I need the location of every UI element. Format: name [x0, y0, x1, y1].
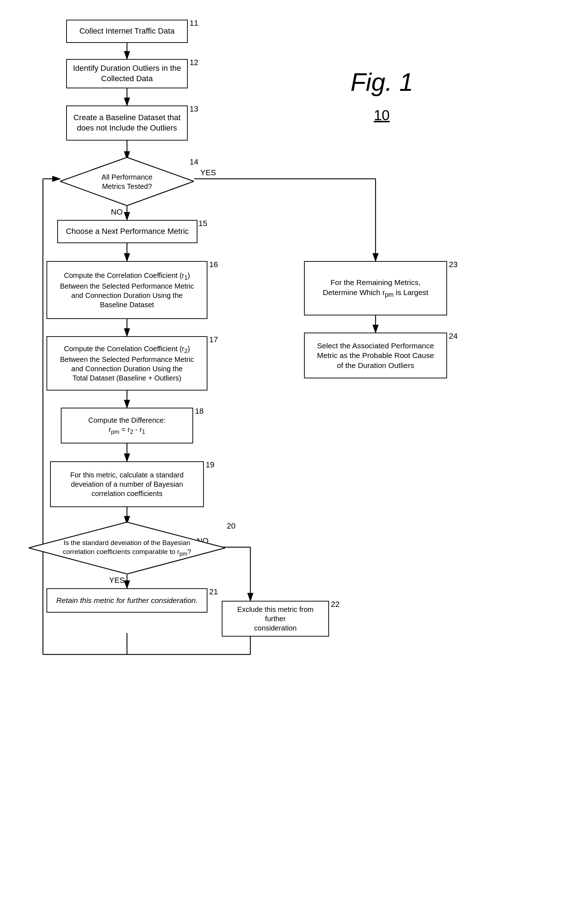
box-16: Compute the Correlation Coefficient (r1)… [47, 261, 208, 319]
svg-text:YES: YES [109, 576, 125, 585]
box-17-label: Compute the Correlation Coefficient (r2)… [60, 344, 194, 383]
step-num-12: 12 [190, 58, 198, 67]
box-17: Compute the Correlation Coefficient (r2)… [47, 336, 208, 391]
svg-text:YES: YES [200, 168, 216, 177]
step-num-20: 20 [227, 522, 235, 531]
box-21: Retain this metric for further considera… [47, 588, 208, 613]
box-13-label: Create a Baseline Dataset thatdoes not I… [73, 113, 180, 133]
diamond-14-label: All PerformanceMetrics Tested? [101, 172, 152, 191]
box-24: Select the Associated PerformanceMetric … [304, 333, 447, 378]
box-23-label: For the Remaining Metrics,Determine Whic… [322, 277, 428, 299]
diagram-container: NO YES NO YES [0, 0, 588, 908]
step-num-13: 13 [190, 105, 198, 114]
box-19: For this metric, calculate a standarddev… [50, 461, 204, 507]
step-num-14: 14 [190, 157, 198, 167]
step-num-16: 16 [209, 260, 218, 269]
step-num-18: 18 [195, 407, 203, 416]
box-23: For the Remaining Metrics,Determine Whic… [304, 261, 447, 316]
step-num-19: 19 [206, 460, 214, 470]
box-12: Identify Duration Outliers in theCollect… [66, 59, 188, 89]
box-22: Exclude this metric from furtherconsider… [222, 601, 329, 637]
box-22-label: Exclude this metric from furtherconsider… [227, 605, 323, 633]
box-18: Compute the Difference:rpm = r2 - r1 [61, 408, 193, 443]
box-11: Collect Internet Traffic Data [66, 20, 188, 43]
fig-title: Fig. 1 [351, 68, 413, 97]
box-19-label: For this metric, calculate a standarddev… [71, 470, 184, 498]
box-21-label: Retain this metric for further considera… [56, 596, 198, 605]
box-15: Choose a Next Performance Metric [57, 220, 197, 243]
diamond-20-label: Is the standard deveiation of the Bayesi… [63, 539, 191, 557]
svg-text:NO: NO [111, 208, 123, 216]
step-num-17: 17 [209, 335, 218, 345]
box-16-label: Compute the Correlation Coefficient (r1)… [60, 271, 194, 310]
fig-ref: 10 [374, 107, 390, 123]
diamond-20: Is the standard deveiation of the Bayesi… [29, 522, 226, 574]
step-num-22: 22 [331, 600, 340, 609]
box-11-label: Collect Internet Traffic Data [79, 26, 174, 37]
step-num-15: 15 [198, 219, 207, 228]
step-num-23: 23 [449, 260, 458, 269]
diamond-14: All PerformanceMetrics Tested? [60, 157, 194, 206]
box-13: Create a Baseline Dataset thatdoes not I… [66, 106, 188, 140]
step-num-24: 24 [449, 332, 458, 341]
box-15-label: Choose a Next Performance Metric [66, 226, 189, 237]
box-12-label: Identify Duration Outliers in theCollect… [73, 63, 181, 84]
box-18-label: Compute the Difference:rpm = r2 - r1 [89, 415, 166, 436]
box-24-label: Select the Associated PerformanceMetric … [317, 341, 434, 370]
step-num-21: 21 [209, 587, 218, 597]
step-num-11-display: 11 [190, 19, 198, 28]
